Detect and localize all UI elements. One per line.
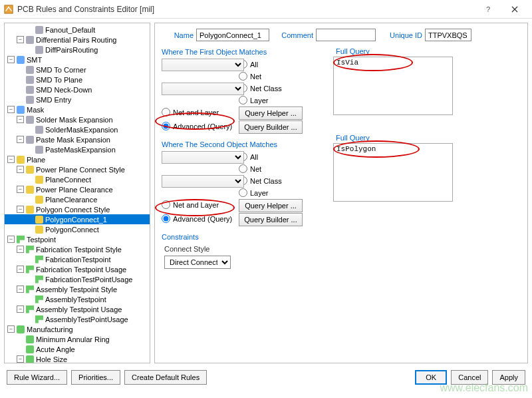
tree-item[interactable]: PlaneConnect [5, 174, 150, 184]
second-full-query-text[interactable]: IsPolygon [333, 143, 453, 202]
tree-node-icon [26, 36, 34, 44]
tree-item[interactable]: SMD To Corner [5, 65, 150, 75]
first-combo-2[interactable] [162, 83, 244, 95]
first-query-builder-button[interactable]: Query Builder ... [239, 120, 303, 134]
tree-item[interactable]: SMD To Plane [5, 75, 150, 85]
tree-twisty-icon[interactable]: − [17, 286, 24, 293]
tree-item[interactable]: PlaneClearance [5, 194, 150, 204]
tree-item[interactable]: −Mask [5, 104, 150, 114]
tree-item[interactable]: DiffPairsRouting [5, 45, 150, 55]
first-radio-all[interactable]: All [239, 59, 325, 70]
tree-twisty-icon[interactable]: − [7, 156, 15, 163]
ok-button[interactable]: OK [415, 370, 447, 385]
tree-twisty-icon[interactable]: − [17, 206, 24, 213]
first-radio-advanced[interactable]: Advanced (Query) [162, 120, 235, 132]
tree-item[interactable]: PasteMaskExpansion [5, 144, 150, 154]
apply-button[interactable]: Apply [492, 370, 525, 385]
tree-node-label: Solder Mask Expansion [36, 116, 113, 124]
tree-twisty-icon[interactable]: − [17, 186, 24, 193]
tree-node-label: Assembly Testpoint Usage [36, 305, 122, 313]
tree-twisty-icon[interactable]: − [17, 246, 24, 253]
tree-item[interactable]: −SMT [5, 55, 150, 65]
tree-item[interactable]: −Paste Mask Expansion [5, 134, 150, 144]
tree-item[interactable]: SMD Entry [5, 95, 150, 104]
connect-style-select[interactable]: Direct Connect [164, 256, 231, 269]
tree-twisty-icon[interactable]: − [17, 166, 24, 173]
second-radio-all[interactable]: All [239, 151, 325, 162]
second-radio-netclass[interactable]: Net Class [239, 175, 325, 186]
tree-item[interactable]: −Solder Mask Expansion [5, 114, 150, 124]
second-query-builder-button[interactable]: Query Builder ... [239, 213, 303, 226]
tree-item[interactable]: AssemblyTestPointUsage [5, 314, 150, 324]
tree-twisty-icon[interactable]: − [7, 56, 15, 63]
uniqueid-input[interactable] [425, 29, 471, 41]
tree-twisty-icon[interactable]: − [7, 236, 15, 243]
second-combo-1[interactable] [162, 151, 244, 164]
tree-item[interactable]: AssemblyTestpoint [5, 294, 150, 304]
comment-input[interactable] [316, 29, 376, 41]
name-input[interactable] [196, 29, 269, 41]
tree-twisty-icon[interactable]: − [17, 36, 24, 43]
tree-node-label: SMD To Plane [36, 76, 82, 84]
second-radio-advanced[interactable]: Advanced (Query) [162, 213, 235, 224]
tree-item[interactable]: Minimum Annular Ring [5, 334, 150, 344]
tree-twisty-icon[interactable]: − [17, 355, 24, 363]
priorities-button[interactable]: Priorities... [71, 370, 120, 385]
tree-item[interactable]: PolygonConnect_1 [5, 214, 150, 224]
tree-node-icon [35, 276, 43, 284]
tree-item[interactable]: −Polygon Connect Style [5, 204, 150, 214]
tree-item[interactable]: −Power Plane Connect Style [5, 164, 150, 174]
second-radio-netandlayer[interactable]: Net and Layer [162, 199, 235, 210]
tree-item[interactable]: −Assembly Testpoint Usage [5, 304, 150, 314]
rule-wizard-button[interactable]: Rule Wizard... [7, 370, 67, 385]
tree-item[interactable]: −Assembly Testpoint Style [5, 284, 150, 294]
tree-item[interactable]: −Testpoint [5, 234, 150, 244]
tree-twisty-icon [17, 96, 24, 103]
tree-node-label: Fabrication Testpoint Usage [36, 266, 126, 274]
create-default-rules-button[interactable]: Create Default Rules [124, 370, 207, 385]
tree-node-icon [26, 355, 34, 363]
tree-node-icon [35, 315, 43, 323]
tree-twisty-icon[interactable]: − [7, 106, 15, 113]
tree-node-icon [35, 226, 43, 234]
help-button[interactable]: ? [475, 0, 501, 19]
tree-twisty-icon[interactable]: − [17, 136, 24, 143]
tree-item[interactable]: SolderMaskExpansion [5, 124, 150, 134]
constraints-label: Constraints [162, 233, 522, 241]
first-full-query-text[interactable]: IsVia [333, 57, 453, 115]
tree-item[interactable]: −Hole Size [5, 354, 150, 363]
tree-twisty-icon[interactable]: − [7, 325, 15, 333]
rules-tree[interactable]: Fanout_Default−Differential Pairs Routin… [5, 23, 150, 363]
first-query-helper-button[interactable]: Query Helper ... [239, 106, 303, 120]
tree-item[interactable]: SMD Neck-Down [5, 85, 150, 95]
tree-twisty-icon[interactable]: − [17, 266, 24, 273]
second-radio-net[interactable]: Net [239, 163, 325, 174]
first-radio-layer[interactable]: Layer [239, 95, 325, 106]
tree-item[interactable]: −Manufacturing [5, 324, 150, 334]
close-button[interactable] [501, 0, 528, 19]
first-radio-netandlayer[interactable]: Net and Layer [162, 106, 235, 118]
second-query-helper-button[interactable]: Query Helper ... [239, 199, 303, 212]
tree-item[interactable]: −Plane [5, 154, 150, 164]
tree-item[interactable]: Acute Angle [5, 344, 150, 354]
second-radio-layer[interactable]: Layer [239, 187, 325, 198]
tree-item[interactable]: FabricationTestpoint [5, 254, 150, 264]
first-radio-net[interactable]: Net [239, 71, 325, 82]
tree-item[interactable]: −Fabrication Testpoint Style [5, 244, 150, 254]
rules-tree-scroll[interactable]: Fanout_Default−Differential Pairs Routin… [5, 23, 150, 363]
cancel-button[interactable]: Cancel [451, 370, 488, 385]
tree-twisty-icon[interactable]: − [17, 305, 24, 313]
tree-item[interactable]: Fanout_Default [5, 25, 150, 35]
tree-item[interactable]: PolygonConnect [5, 224, 150, 234]
first-radio-netclass[interactable]: Net Class [239, 83, 325, 94]
tree-item[interactable]: FabricationTestPointUsage [5, 274, 150, 284]
tree-node-icon [26, 76, 34, 84]
tree-item[interactable]: −Fabrication Testpoint Usage [5, 264, 150, 274]
tree-node-label: PolygonConnect [45, 226, 99, 234]
tree-item[interactable]: −Differential Pairs Routing [5, 35, 150, 45]
second-combo-2[interactable] [162, 175, 244, 188]
tree-twisty-icon[interactable]: − [17, 116, 24, 123]
tree-item[interactable]: −Power Plane Clearance [5, 184, 150, 194]
first-combo-1[interactable] [162, 59, 244, 71]
tree-node-label: DiffPairsRouting [45, 46, 98, 54]
